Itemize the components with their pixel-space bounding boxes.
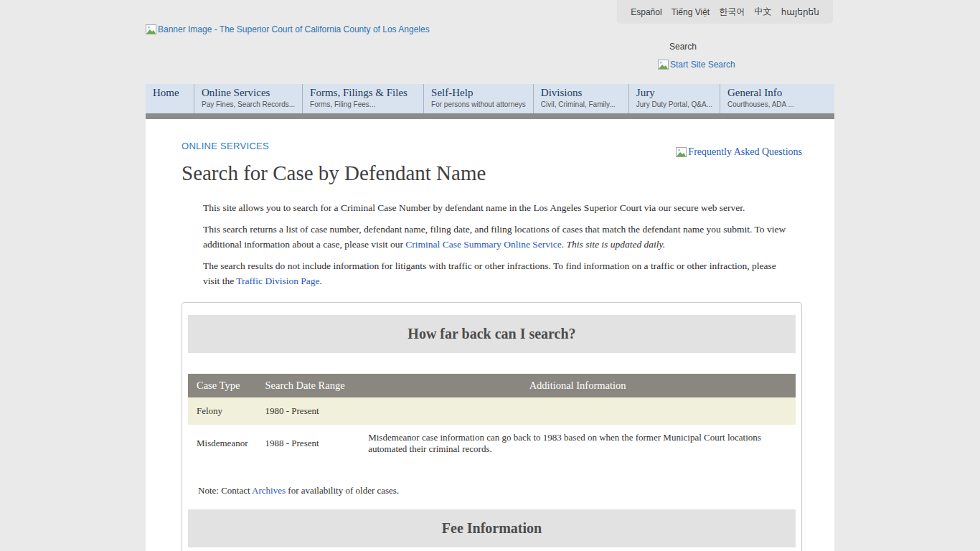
banner-image-link[interactable]: Banner Image - The Superior Court of Cal…	[146, 24, 430, 34]
nav-item-general-info[interactable]: General Info Courthouses, ADA ...	[720, 84, 834, 113]
main-navigation: Home Online Services Pay Fines, Search R…	[146, 84, 834, 113]
how-far-back-heading: How far back can I search?	[407, 326, 575, 342]
traffic-division-link[interactable]: Traffic Division Page	[236, 276, 319, 286]
fee-information-heading: Fee Information	[442, 520, 542, 537]
misdemeanor-date-range: 1988 - Present	[256, 425, 359, 462]
nav-item-jury[interactable]: Jury Jury Duty Portal, Q&A...	[629, 84, 720, 113]
how-far-back-heading-bar: How far back can I search?	[188, 315, 796, 353]
search-range-table: Case Type Search Date Range Additional I…	[188, 374, 796, 462]
nav-item-forms-filings-files[interactable]: Forms, Filings & Files Forms, Filing Fee…	[303, 84, 424, 113]
fee-information-heading-bar: Fee Information	[188, 509, 796, 547]
header-additional-information: Additional Information	[359, 374, 796, 397]
felony-info	[359, 397, 796, 425]
faq-link[interactable]: Frequently Asked Questions	[676, 146, 802, 158]
broken-image-icon	[658, 60, 669, 70]
misdemeanor-case-type: Misdemeanor	[188, 425, 256, 462]
page-title: Search for Case by Defendant Name	[182, 161, 802, 185]
criminal-case-summary-link[interactable]: Criminal Case Summary Online Service	[405, 239, 561, 250]
nav-item-self-help[interactable]: Self-Help For persons without attorneys	[424, 84, 534, 113]
felony-case-type: Felony	[188, 397, 256, 425]
page-column: Banner Image - The Superior Court of Cal…	[146, 0, 834, 551]
nav-item-home[interactable]: Home	[146, 84, 194, 113]
start-site-search-text: Start Site Search	[670, 60, 735, 70]
search-info-box: How far back can I search? Case Type Sea…	[182, 302, 802, 551]
nav-underbar	[146, 113, 834, 119]
nav-item-online-services[interactable]: Online Services Pay Fines, Search Record…	[194, 84, 303, 113]
table-header-row: Case Type Search Date Range Additional I…	[188, 374, 796, 397]
intro-paragraphs: This site allows you to search for a Cri…	[203, 201, 795, 289]
archives-link[interactable]: Archives	[252, 485, 286, 496]
banner-alt-text: Banner Image - The Superior Court of Cal…	[158, 24, 430, 34]
header: Banner Image - The Superior Court of Cal…	[146, 0, 834, 84]
start-site-search-link[interactable]: Start Site Search	[658, 60, 735, 70]
faq-link-text: Frequently Asked Questions	[688, 146, 802, 158]
table-row-misdemeanor: Misdemeanor 1988 - Present Misdemeanor c…	[188, 425, 796, 462]
updated-daily-note: This site is updated daily.	[567, 239, 666, 250]
broken-image-icon	[676, 147, 687, 157]
felony-date-range: 1980 - Present	[256, 397, 359, 425]
header-search-date-range: Search Date Range	[256, 374, 359, 397]
intro-paragraph-1: This site allows you to search for a Cri…	[203, 201, 795, 216]
table-row-felony: Felony 1980 - Present	[188, 397, 796, 425]
intro-paragraph-2: This search returns a list of case numbe…	[203, 222, 795, 253]
search-label: Search	[669, 42, 697, 52]
header-case-type: Case Type	[188, 374, 256, 397]
main-content: Frequently Asked Questions ONLINE SERVIC…	[146, 119, 834, 551]
broken-image-icon	[146, 24, 156, 34]
archives-note: Note: Contact Archives for availability …	[198, 485, 796, 496]
intro-paragraph-3: The search results do not include inform…	[203, 259, 795, 289]
nav-item-divisions[interactable]: Divisions Civil, Criminal, Family...	[534, 84, 629, 113]
misdemeanor-info: Misdemeanor case information can go back…	[359, 425, 796, 462]
